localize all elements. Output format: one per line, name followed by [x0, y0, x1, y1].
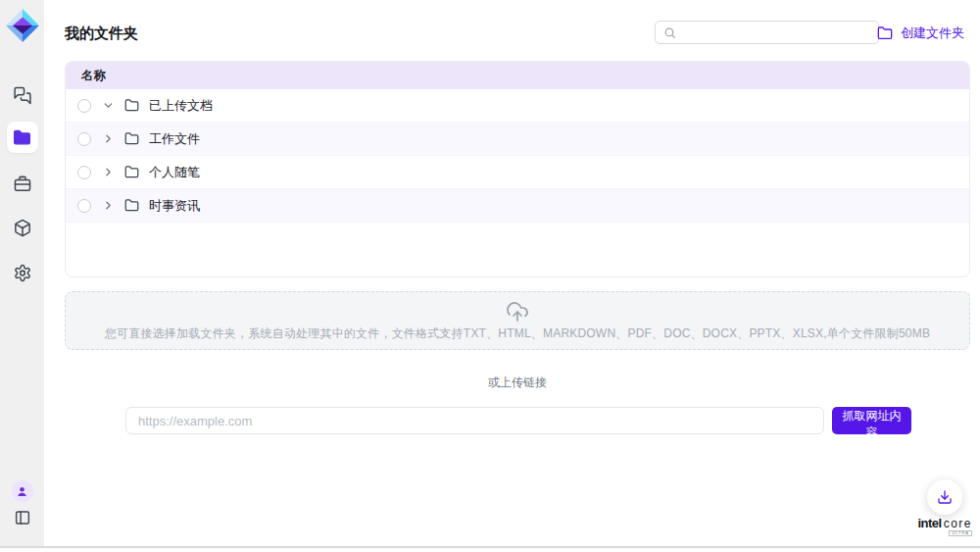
briefcase-icon	[13, 175, 31, 193]
fetch-url-button[interactable]: 抓取网址内容	[832, 407, 911, 434]
sidebar-item-folders[interactable]	[7, 122, 38, 153]
page-title: 我的文件夹	[65, 25, 138, 43]
user-avatar[interactable]	[12, 480, 33, 502]
row-checkbox[interactable]	[77, 199, 91, 213]
table-row[interactable]: 已上传文档	[66, 89, 969, 123]
table-row[interactable]: 工作文件	[66, 123, 969, 156]
column-name: 名称	[81, 68, 106, 84]
sidebar-item-settings[interactable]	[13, 264, 31, 282]
or-upload-link-label: 或上传链接	[65, 375, 970, 391]
row-checkbox[interactable]	[77, 166, 91, 179]
table-row[interactable]: 时事资讯	[66, 189, 969, 223]
row-checkbox[interactable]	[77, 99, 91, 113]
create-folder-label: 创建文件夹	[901, 25, 964, 42]
cloud-upload-icon	[506, 300, 529, 324]
app-logo-icon	[4, 7, 41, 44]
sidebar-item-apps[interactable]	[13, 219, 31, 237]
folder-plus-icon	[877, 25, 893, 41]
panel-toggle-button[interactable]	[14, 509, 31, 527]
intel-core-logo: intel core ultra	[911, 517, 972, 536]
panel-toggle-icon	[14, 509, 31, 527]
row-checkbox[interactable]	[77, 132, 91, 146]
cube-icon	[13, 219, 31, 237]
app-window: 我的文件夹 创建文件夹 名称	[0, 0, 980, 552]
folder-icon	[124, 131, 139, 146]
search-icon	[663, 26, 676, 39]
chevron-down-icon[interactable]	[100, 98, 116, 114]
folder-name: 已上传文档	[149, 97, 213, 115]
sidebar-item-workspace[interactable]	[13, 175, 31, 193]
sidebar	[0, 0, 44, 546]
upload-dropzone[interactable]: 您可直接选择加载文件夹，系统自动处理其中的文件，文件格式支持TXT、HTML、M…	[65, 291, 970, 350]
chevron-right-icon[interactable]	[100, 198, 116, 214]
intel-brand-text: intel	[917, 517, 941, 529]
intel-ultra-badge: ultra	[949, 530, 972, 536]
table-row[interactable]: 个人随笔	[66, 156, 969, 189]
folder-icon	[124, 98, 139, 113]
url-input[interactable]	[125, 407, 824, 434]
folder-icon	[13, 128, 31, 147]
chat-icon	[13, 86, 31, 105]
user-avatar-icon	[16, 485, 28, 498]
folder-name: 时事资讯	[149, 197, 200, 215]
gear-icon	[13, 264, 31, 282]
download-fab[interactable]	[927, 479, 962, 515]
chevron-right-icon[interactable]	[100, 165, 116, 180]
window-bottom-edge	[0, 546, 980, 548]
folder-icon	[124, 198, 139, 213]
folder-icon	[124, 165, 139, 179]
intel-product-text: core	[944, 518, 972, 529]
search-box	[655, 21, 879, 44]
download-icon	[937, 489, 953, 505]
search-input[interactable]	[682, 21, 878, 44]
sidebar-item-chat[interactable]	[13, 86, 31, 105]
upload-hint: 您可直接选择加载文件夹，系统自动处理其中的文件，文件格式支持TXT、HTML、M…	[105, 326, 930, 342]
table-header: 名称	[66, 62, 969, 89]
folder-name: 个人随笔	[149, 164, 200, 181]
folder-name: 工作文件	[149, 130, 200, 148]
create-folder-button[interactable]: 创建文件夹	[871, 24, 970, 43]
folder-table: 名称 已上传文档 工作文件	[65, 61, 970, 277]
chevron-right-icon[interactable]	[100, 131, 116, 147]
